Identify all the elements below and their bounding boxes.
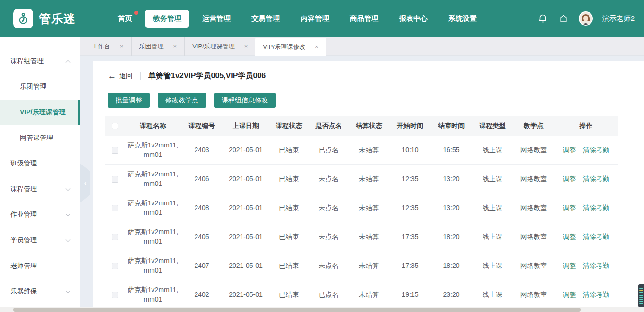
cell-rollcall: 已点名 xyxy=(309,290,349,299)
user-avatar[interactable] xyxy=(579,11,593,26)
cell-course-code: 2407 xyxy=(181,261,223,270)
close-icon[interactable]: × xyxy=(315,43,319,50)
adjust-link[interactable]: 调整 xyxy=(563,261,576,270)
nav-item-home[interactable]: 首页 xyxy=(110,10,140,28)
back-button[interactable]: 返回 xyxy=(119,72,133,81)
cell-rollcall: 未点名 xyxy=(309,174,349,184)
sidebar-item-classes[interactable]: 班级管理 xyxy=(0,151,80,176)
adjust-link[interactable]: 调整 xyxy=(563,290,576,299)
adjust-link[interactable]: 调整 xyxy=(563,174,576,184)
row-checkbox[interactable] xyxy=(112,234,118,240)
toolbar: 批量调整 修改教学点 课程组信息修改 xyxy=(105,93,618,108)
cell-end-time: 13:20 xyxy=(431,203,472,212)
bell-icon[interactable] xyxy=(537,13,548,24)
close-icon[interactable]: × xyxy=(120,43,124,50)
tab-label: VIP/乐理课修改 xyxy=(263,43,305,51)
sidebar-item-students[interactable]: 学员管理 xyxy=(0,228,80,253)
cell-start-time: 10:10 xyxy=(389,145,431,155)
sidebar-item-vip-theory[interactable]: VIP/乐理课管理 xyxy=(0,100,80,125)
row-checkbox[interactable] xyxy=(112,292,118,298)
col-end-time: 结束时间 xyxy=(431,121,472,130)
sidebar-item-label: 乐器维保 xyxy=(10,287,37,296)
sidebar-item-orchestra[interactable]: 乐团管理 xyxy=(0,74,80,100)
cell-course-status: 已结束 xyxy=(269,232,309,241)
row-checkbox[interactable] xyxy=(112,176,118,183)
cell-end-time: 13:20 xyxy=(431,174,472,184)
col-course-type: 课程类型 xyxy=(472,121,513,130)
tab-vip-theory-edit[interactable]: VIP/乐理课修改 × xyxy=(255,38,326,56)
cell-course-name: 萨克斯1v2mm11,mm01 xyxy=(125,256,181,275)
cell-settlement: 未结算 xyxy=(349,261,389,270)
nav-item-reports[interactable]: 报表中心 xyxy=(391,10,436,28)
row-checkbox[interactable] xyxy=(112,147,118,154)
clear-attendance-link[interactable]: 清除考勤 xyxy=(583,261,609,270)
cell-course-status: 已结束 xyxy=(269,145,309,155)
row-checkbox[interactable] xyxy=(112,263,118,269)
back-arrow-icon[interactable]: ← xyxy=(108,72,116,81)
row-checkbox[interactable] xyxy=(112,205,118,211)
sidebar-item-instrument-maintenance[interactable]: 乐器维保 xyxy=(0,279,80,304)
col-course-name: 课程名称 xyxy=(125,121,181,130)
chevron-down-icon xyxy=(66,289,71,294)
sidebar-item-homework[interactable]: 作业管理 xyxy=(0,202,80,228)
tab-label: 乐团管理 xyxy=(139,42,164,51)
user-name[interactable]: 演示老师2 xyxy=(602,14,635,23)
sidebar: 课程组管理 乐团管理 VIP/乐理课管理 网管课管理 班级管理 课程管理 作业管… xyxy=(0,37,80,312)
clear-attendance-link[interactable]: 清除考勤 xyxy=(583,145,609,155)
cell-class-date: 2021-05-01 xyxy=(223,174,269,184)
col-operations: 操作 xyxy=(554,121,618,130)
clear-attendance-link[interactable]: 清除考勤 xyxy=(583,290,609,299)
horizontal-scrollbar-thumb[interactable] xyxy=(13,308,581,312)
nav-item-operations[interactable]: 运营管理 xyxy=(194,10,239,28)
chevron-up-icon xyxy=(66,60,71,64)
top-navbar: 管乐迷 首页 教务管理 运营管理 交易管理 内容管理 商品管理 报表中心 系统设… xyxy=(0,0,644,37)
sidebar-item-courses[interactable]: 课程管理 xyxy=(0,176,80,202)
batch-adjust-button[interactable]: 批量调整 xyxy=(108,93,150,108)
clear-attendance-link[interactable]: 清除考勤 xyxy=(583,174,609,184)
tab-orchestra[interactable]: 乐团管理 × xyxy=(132,37,185,56)
change-teaching-site-button[interactable]: 修改教学点 xyxy=(158,93,206,108)
nav-item-academic[interactable]: 教务管理 xyxy=(145,10,189,28)
cell-course-type: 线上课 xyxy=(472,232,513,241)
cell-course-type: 线上课 xyxy=(472,203,513,212)
col-teaching-site: 教学点 xyxy=(513,121,554,130)
home-icon[interactable] xyxy=(558,13,569,24)
sidebar-item-course-groups[interactable]: 课程组管理 xyxy=(0,48,80,74)
cell-course-status: 已结束 xyxy=(269,261,309,270)
nav-item-transactions[interactable]: 交易管理 xyxy=(243,10,288,28)
content-area: ← 返回 单簧管1v2VIP学员005,VIP学员006 批量调整 修改教学点 … xyxy=(80,56,644,312)
sidebar-item-online-admin[interactable]: 网管课管理 xyxy=(0,125,80,151)
adjust-link[interactable]: 调整 xyxy=(563,203,576,212)
cell-start-time: 17:35 xyxy=(389,232,431,241)
cell-teaching-site: 网络教室 xyxy=(513,232,554,241)
close-icon[interactable]: × xyxy=(244,43,248,50)
clear-attendance-link[interactable]: 清除考勤 xyxy=(583,203,609,212)
sidebar-item-label: 学员管理 xyxy=(10,236,37,245)
sidebar-item-label: 课程组管理 xyxy=(10,57,44,65)
nav-item-settings[interactable]: 系统设置 xyxy=(440,10,485,28)
clear-attendance-link[interactable]: 清除考勤 xyxy=(583,232,609,241)
content-card: ← 返回 单簧管1v2VIP学员005,VIP学员006 批量调整 修改教学点 … xyxy=(93,61,644,312)
cell-course-type: 线上课 xyxy=(472,174,513,184)
select-all-checkbox[interactable] xyxy=(112,123,118,129)
table-row: 萨克斯1v2mm11,mm01 2405 2021-05-01 已结束 未点名 … xyxy=(105,222,618,251)
main-area: 工作台 × 乐团管理 × VIP/乐理课管理 × VIP/乐理课修改 × xyxy=(80,37,644,312)
table-header-row: 课程名称 课程编号 上课日期 课程状态 是否点名 结算状态 开始时间 结束时间 … xyxy=(105,116,618,136)
cell-end-time: 18:20 xyxy=(431,232,472,241)
tab-vip-theory-admin[interactable]: VIP/乐理课管理 × xyxy=(185,37,255,56)
close-icon[interactable]: × xyxy=(173,43,177,50)
tab-bar: 工作台 × 乐团管理 × VIP/乐理课管理 × VIP/乐理课修改 × xyxy=(80,37,644,56)
sidebar-item-label: 课程管理 xyxy=(10,185,37,193)
adjust-link[interactable]: 调整 xyxy=(563,232,576,241)
brand-logo[interactable]: 管乐迷 xyxy=(13,9,76,28)
sidebar-item-teachers[interactable]: 老师管理 xyxy=(0,253,80,279)
tab-workbench[interactable]: 工作台 × xyxy=(84,37,132,56)
cell-course-status: 已结束 xyxy=(269,174,309,184)
cell-rollcall: 未点名 xyxy=(309,203,349,212)
nav-item-products[interactable]: 商品管理 xyxy=(342,10,386,28)
chevron-down-icon xyxy=(66,186,71,191)
cell-course-code: 2408 xyxy=(181,203,223,212)
edit-course-group-info-button[interactable]: 课程组信息修改 xyxy=(214,93,276,108)
adjust-link[interactable]: 调整 xyxy=(563,145,576,155)
nav-item-content[interactable]: 内容管理 xyxy=(293,10,337,28)
